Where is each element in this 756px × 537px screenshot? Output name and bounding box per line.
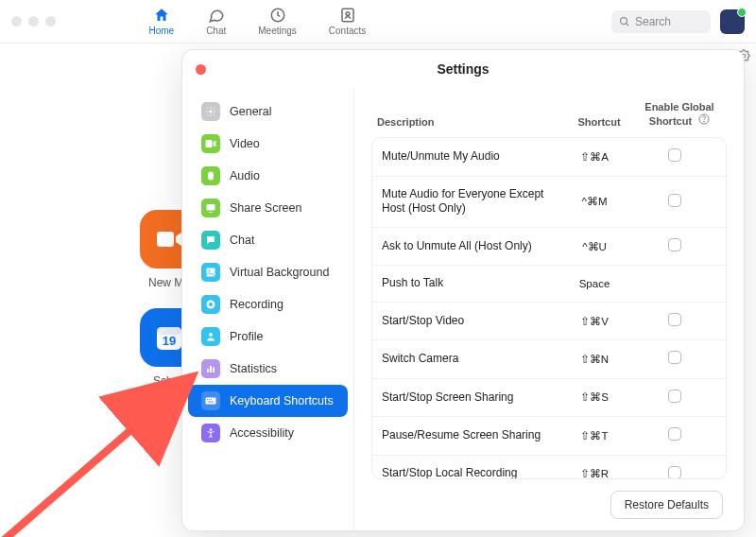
shortcut-keys[interactable]: Space xyxy=(556,278,633,289)
svg-rect-12 xyxy=(207,204,215,211)
svg-rect-6 xyxy=(157,232,174,247)
sidebar-item-vbg[interactable]: Virtual Background xyxy=(188,256,348,288)
share-icon xyxy=(201,199,220,217)
enable-checkbox[interactable] xyxy=(668,313,681,326)
sidebar-item-label: Statistics xyxy=(230,362,277,375)
shortcut-keys[interactable]: ^⌘M xyxy=(556,195,633,208)
settings-sidebar: GeneralVideoAudioShare ScreenChatVirtual… xyxy=(182,88,354,530)
enable-checkbox[interactable] xyxy=(668,194,681,207)
table-row: Push to Talk Space xyxy=(372,266,726,303)
kb-icon xyxy=(201,391,220,410)
sidebar-item-label: Virtual Background xyxy=(230,266,329,279)
nav-tab-label: Chat xyxy=(206,26,226,36)
enable-checkbox[interactable] xyxy=(668,238,681,251)
shortcut-keys[interactable]: ⇧⌘S xyxy=(556,390,633,404)
svg-rect-19 xyxy=(210,366,212,372)
table-row: Start/Stop Local Recording ⇧⌘R xyxy=(372,456,726,480)
shortcut-description: Mute Audio for Everyone Except Host (Hos… xyxy=(382,187,556,217)
sidebar-item-a11y[interactable]: Accessibility xyxy=(188,417,348,449)
chat-icon xyxy=(201,231,220,250)
sidebar-item-label: Profile xyxy=(230,330,263,343)
general-icon xyxy=(201,102,220,121)
vbg-icon xyxy=(201,263,220,282)
sidebar-item-general[interactable]: General xyxy=(188,95,348,128)
shortcut-enable-cell xyxy=(633,427,716,443)
settings-content: Description Shortcut Enable Global Short… xyxy=(354,88,744,530)
search-input[interactable]: Search xyxy=(611,10,711,33)
shortcut-keys[interactable]: ⇧⌘N xyxy=(556,353,633,366)
shortcut-description: Switch Camera xyxy=(382,352,556,367)
modal-header: Settings xyxy=(182,50,744,88)
table-row: Switch Camera ⇧⌘N xyxy=(372,340,726,378)
svg-rect-18 xyxy=(207,369,209,372)
audio-icon xyxy=(201,166,220,185)
profile-icon xyxy=(201,327,220,346)
shortcut-keys[interactable]: ⇧⌘A xyxy=(556,150,633,164)
window-controls xyxy=(11,16,56,26)
video-icon xyxy=(201,134,220,153)
minimize-dot-icon[interactable] xyxy=(28,16,39,26)
sidebar-item-label: Video xyxy=(230,137,260,150)
svg-rect-23 xyxy=(209,399,210,400)
shortcut-description: Push to Talk xyxy=(382,276,556,291)
avatar[interactable] xyxy=(720,9,745,34)
svg-rect-24 xyxy=(211,399,212,400)
svg-point-16 xyxy=(209,303,213,306)
nav-tab-home[interactable]: Home xyxy=(148,7,174,36)
sidebar-item-kb[interactable]: Keyboard Shortcuts xyxy=(188,385,348,417)
shortcut-enable-cell xyxy=(633,194,716,210)
help-icon[interactable] xyxy=(698,113,710,125)
sidebar-item-stats[interactable]: Statistics xyxy=(188,353,348,385)
col-shortcut: Shortcut xyxy=(560,116,638,128)
svg-point-17 xyxy=(209,333,213,337)
content-footer: Restore Defaults xyxy=(371,479,727,519)
shortcut-enable-cell xyxy=(633,148,716,165)
close-icon[interactable] xyxy=(196,64,206,75)
shortcut-table: Mute/Unmute My Audio ⇧⌘A Mute Audio for … xyxy=(371,137,727,479)
maximize-dot-icon[interactable] xyxy=(45,16,56,26)
col-description: Description xyxy=(377,116,560,128)
shortcut-keys[interactable]: ⇧⌘V xyxy=(556,315,633,328)
sidebar-item-profile[interactable]: Profile xyxy=(188,320,348,353)
shortcut-enable-cell xyxy=(633,466,716,480)
sidebar-item-audio[interactable]: Audio xyxy=(188,160,348,192)
svg-rect-25 xyxy=(208,402,214,403)
enable-checkbox[interactable] xyxy=(668,427,681,441)
sidebar-item-chat[interactable]: Chat xyxy=(188,224,348,256)
svg-point-2 xyxy=(346,12,350,16)
close-dot-icon[interactable] xyxy=(11,16,22,26)
svg-rect-22 xyxy=(207,399,208,400)
enable-checkbox[interactable] xyxy=(668,148,681,162)
svg-point-14 xyxy=(209,270,211,272)
nav-tab-chat[interactable]: Chat xyxy=(206,7,226,36)
nav-tab-meetings[interactable]: Meetings xyxy=(258,7,297,36)
shortcut-enable-cell xyxy=(633,313,716,329)
shortcut-description: Pause/Resume Screen Sharing xyxy=(382,428,556,443)
sidebar-item-label: Recording xyxy=(230,298,284,311)
shortcut-description: Mute/Unmute My Audio xyxy=(382,149,556,165)
settings-modal: Settings GeneralVideoAudioShare ScreenCh… xyxy=(181,49,745,531)
shortcut-description: Ask to Unmute All (Host Only) xyxy=(382,239,556,254)
shortcut-keys[interactable]: ⇧⌘R xyxy=(556,467,633,479)
enable-checkbox[interactable] xyxy=(668,466,681,479)
sidebar-item-video[interactable]: Video xyxy=(188,128,348,160)
enable-checkbox[interactable] xyxy=(668,390,681,403)
stats-icon xyxy=(201,359,220,378)
table-row: Ask to Unmute All (Host Only) ^⌘U xyxy=(372,228,726,266)
sidebar-item-rec[interactable]: Recording xyxy=(188,288,348,320)
svg-line-29 xyxy=(1,387,181,537)
table-row: Mute Audio for Everyone Except Host (Hos… xyxy=(372,177,726,228)
nav-tab-contacts[interactable]: Contacts xyxy=(329,7,366,36)
enable-checkbox[interactable] xyxy=(668,351,681,364)
shortcut-keys[interactable]: ^⌘U xyxy=(556,240,633,253)
svg-point-3 xyxy=(621,17,627,24)
svg-rect-20 xyxy=(213,368,215,373)
svg-point-26 xyxy=(210,428,213,431)
sidebar-item-label: Keyboard Shortcuts xyxy=(230,394,334,407)
sidebar-item-share[interactable]: Share Screen xyxy=(188,192,348,224)
table-row: Start/Stop Screen Sharing ⇧⌘S xyxy=(372,379,726,417)
restore-defaults-button[interactable]: Restore Defaults xyxy=(610,491,723,519)
app-titlebar: HomeChatMeetingsContacts Search xyxy=(0,0,756,43)
main-nav-tabs: HomeChatMeetingsContacts xyxy=(75,7,440,36)
shortcut-keys[interactable]: ⇧⌘T xyxy=(556,429,633,442)
